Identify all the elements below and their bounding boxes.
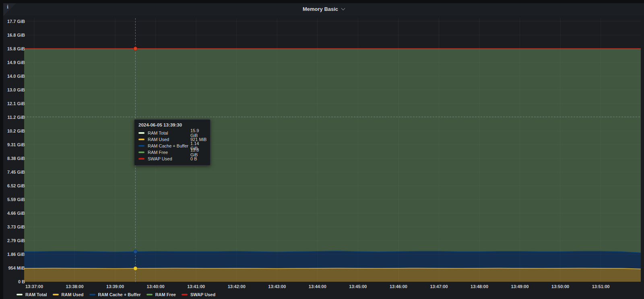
x-tick-label: 13:50:00	[546, 284, 575, 289]
ram-cache-buffer-area	[24, 251, 641, 269]
legend-color-swatch	[182, 294, 188, 295]
legend-label[interactable]: RAM Total	[25, 292, 47, 297]
memory-basic-panel: Memory Basic i 0 B954 MiB1.86 GiB2.79 Gi…	[3, 3, 644, 299]
y-tick-label: 5.59 GiB	[3, 197, 25, 202]
tooltip-series-label: RAM Free	[148, 150, 190, 155]
series-color-swatch	[138, 132, 144, 134]
tooltip-row: RAM Total15.9 GiB	[138, 130, 207, 136]
x-tick-label: 13:39:00	[101, 284, 130, 289]
chevron-down-icon[interactable]	[341, 6, 345, 10]
y-tick-label: 2.79 GiB	[3, 238, 25, 243]
y-tick-label: 9.31 GiB	[3, 142, 25, 147]
hover-tooltip: 2024-06-05 13:39:30 RAM Total15.9 GiBRAM…	[134, 119, 211, 166]
x-tick-label: 13:48:00	[465, 284, 494, 289]
tooltip-series-label: RAM Cache + Buffer	[148, 143, 190, 148]
tooltip-series-value: 13.8 GiB	[190, 147, 207, 157]
y-tick-label: 17.7 GiB	[3, 19, 25, 24]
hover-dot-used	[134, 267, 137, 270]
legend: RAM TotalRAM UsedRAM Cache + BufferRAM F…	[17, 291, 221, 299]
y-tick-label: 13.0 GiB	[3, 87, 25, 93]
y-tick-label: 3.73 GiB	[3, 224, 25, 230]
legend-label[interactable]: SWAP Used	[190, 292, 215, 297]
ram-free-area	[24, 49, 641, 253]
ram-used-area	[24, 268, 641, 282]
hover-dot-swap-total	[134, 47, 137, 50]
tooltip-series-label: SWAP Used	[148, 156, 190, 161]
tooltip-series-value: 0 B	[190, 156, 207, 161]
panel-info-corner[interactable]	[3, 3, 16, 16]
x-tick-label: 13:40:00	[141, 284, 170, 289]
y-tick-label: 12.1 GiB	[3, 101, 25, 106]
legend-label[interactable]: RAM Cache + Buffer	[98, 292, 141, 297]
y-tick-label: 14.9 GiB	[3, 60, 25, 65]
tooltip-row: RAM Free13.8 GiB	[138, 149, 207, 156]
legend-color-swatch	[53, 294, 59, 295]
x-tick-label: 13:46:00	[384, 284, 413, 289]
series-color-swatch	[138, 139, 144, 140]
y-tick-label: 16.8 GiB	[3, 32, 25, 38]
x-tick-label: 13:45:00	[343, 284, 372, 289]
legend-label[interactable]: RAM Free	[155, 292, 176, 297]
y-tick-label: 15.8 GiB	[3, 46, 25, 52]
series-color-swatch	[138, 145, 144, 147]
x-tick-label: 13:49:00	[506, 284, 535, 289]
y-tick-label: 1.86 GiB	[3, 251, 25, 257]
panel-title: Memory Basic	[303, 6, 338, 12]
memory-chart-plot[interactable]	[24, 18, 641, 282]
x-tick-label: 13:47:00	[425, 284, 454, 289]
legend-color-swatch	[17, 294, 23, 295]
y-tick-label: 954 MiB	[3, 265, 25, 271]
panel-title-menu[interactable]: Memory Basic	[3, 6, 644, 12]
x-tick-label: 13:44:00	[303, 284, 332, 289]
x-tick-label: 13:41:00	[182, 284, 211, 289]
legend-color-swatch	[147, 294, 153, 295]
tooltip-series-value: 15.9 GiB	[190, 128, 207, 138]
series-color-swatch	[138, 152, 144, 153]
x-tick-label: 13:38:00	[60, 284, 89, 289]
legend-item[interactable]: RAM Used	[53, 292, 84, 297]
legend-label[interactable]: RAM Used	[62, 292, 84, 297]
tooltip-row: SWAP Used0 B	[138, 156, 207, 162]
y-tick-label: 11.2 GiB	[3, 114, 25, 120]
tooltip-rows: RAM Total15.9 GiBRAM Used921 MiBRAM Cach…	[138, 130, 207, 162]
y-tick-label: 7.45 GiB	[3, 169, 25, 175]
tooltip-timestamp: 2024-06-05 13:39:30	[138, 123, 207, 127]
series-color-swatch	[138, 158, 144, 160]
panel-header: Memory Basic	[3, 3, 644, 15]
y-tick-label: 10.2 GiB	[3, 128, 25, 134]
x-tick-label: 13:37:00	[20, 284, 49, 289]
legend-item[interactable]: RAM Total	[17, 292, 47, 297]
x-tick-label: 13:43:00	[262, 284, 291, 289]
tooltip-series-label: RAM Total	[148, 131, 190, 135]
hover-dot-cache	[134, 250, 137, 253]
y-tick-label: 4.66 GiB	[3, 210, 25, 216]
x-tick-label: 13:51:00	[586, 284, 615, 289]
legend-item[interactable]: SWAP Used	[182, 292, 215, 297]
x-tick-label: 13:42:00	[222, 284, 251, 289]
y-tick-label: 6.52 GiB	[3, 183, 25, 189]
legend-item[interactable]: RAM Cache + Buffer	[89, 292, 141, 297]
y-tick-label: 14.0 GiB	[3, 73, 25, 79]
legend-item[interactable]: RAM Free	[147, 292, 176, 297]
legend-color-swatch	[89, 294, 95, 295]
y-tick-label: 8.38 GiB	[3, 156, 25, 161]
info-icon[interactable]: i	[7, 4, 8, 10]
tooltip-series-label: RAM Used	[148, 137, 190, 142]
